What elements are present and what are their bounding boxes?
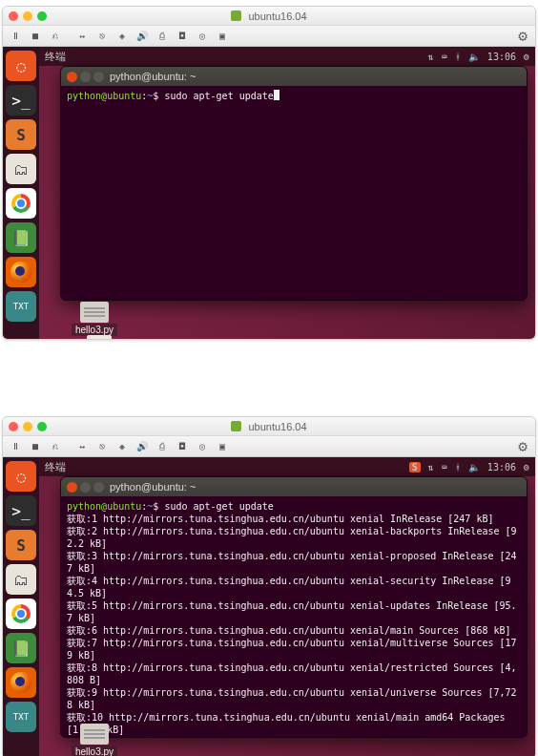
chrome-app[interactable] — [6, 188, 36, 219]
terminal-window[interactable]: python@ubuntu: ~ python@ubuntu:~$ sudo a… — [60, 66, 528, 301]
net-icon[interactable]: ◈ — [114, 29, 131, 44]
minimize-icon[interactable] — [80, 482, 91, 493]
ime-indicator-icon[interactable]: S — [409, 462, 421, 472]
vmware-cube-icon — [231, 421, 241, 431]
printer-icon[interactable]: ⎙ — [154, 439, 171, 454]
cd-icon[interactable]: ◎ — [194, 29, 211, 44]
texteditor-app[interactable]: TXT — [6, 291, 36, 322]
maximize-icon[interactable] — [93, 482, 104, 493]
desktop-file[interactable]: hello3.py — [72, 724, 117, 756]
network-indicator-icon[interactable]: ⇅ — [428, 52, 434, 62]
terminal-output-line: 获取:8 http://mirrors.tuna.tsinghua.edu.cn… — [67, 662, 521, 686]
terminal-output-line: 获取:9 http://mirrors.tuna.tsinghua.edu.cn… — [67, 686, 521, 711]
texteditor-app[interactable]: TXT — [6, 702, 36, 732]
terminal-body[interactable]: python@ubuntu:~$ sudo apt-get update — [61, 86, 527, 300]
disk-icon[interactable]: ◘ — [174, 29, 191, 44]
firefox-app[interactable] — [6, 667, 36, 698]
ubuntu-menubar: 终端 S ⇅ ⌨ ᚼ 🔈 13:06 ⚙ — [39, 457, 535, 476]
minimize-icon[interactable] — [80, 72, 91, 82]
app-menu-label[interactable]: 终端 — [45, 50, 66, 64]
gear-icon[interactable]: ⚙ — [514, 29, 531, 44]
pause-button[interactable]: Ⅱ — [7, 29, 24, 44]
sound-indicator-icon[interactable]: 🔈 — [468, 462, 480, 472]
files-app[interactable]: 🗂 — [6, 154, 36, 184]
office-app[interactable]: 📗 — [6, 222, 36, 253]
close-icon[interactable] — [67, 72, 77, 82]
window-controls — [67, 72, 104, 82]
snapshot-button[interactable]: ⎌ — [47, 29, 64, 44]
maximize-icon[interactable] — [93, 72, 104, 82]
gear-icon[interactable]: ⚙ — [514, 439, 531, 454]
status-area: S ⇅ ⌨ ᚼ 🔈 13:06 ⚙ — [409, 462, 529, 472]
close-icon[interactable] — [67, 482, 77, 493]
vm-titlebar[interactable]: ubuntu16.04 — [3, 417, 535, 436]
hd-icon[interactable]: ▣ — [214, 29, 231, 44]
terminal-title: python@ubuntu: ~ — [110, 71, 196, 82]
sound-icon[interactable]: 🔊 — [134, 439, 151, 454]
prompt-user: python@ubuntu — [67, 501, 141, 512]
terminal-app[interactable]: >_ — [6, 495, 36, 526]
vm-window-top: ubuntu16.04 Ⅱ ■ ⎌ ↔ ⎋ ◈ 🔊 ⎙ ◘ ◎ ▣ ⚙ ◌>_S… — [2, 6, 536, 340]
sublime-app[interactable]: S — [6, 530, 36, 560]
keyboard-indicator-icon[interactable]: ⌨ — [442, 52, 447, 62]
sound-indicator-icon[interactable]: 🔈 — [468, 52, 480, 62]
system-gear-icon[interactable]: ⚙ — [524, 52, 529, 62]
terminal-titlebar[interactable]: python@ubuntu: ~ — [61, 67, 527, 86]
sublime-app[interactable]: S — [6, 119, 36, 150]
vm-title: ubuntu16.04 — [3, 421, 535, 432]
terminal-output-line: 获取:11 http://mirrors.tuna.tsinghua.edu.c… — [67, 736, 521, 737]
firefox-icon — [10, 672, 31, 693]
file-icon — [80, 302, 109, 323]
terminal-app[interactable]: >_ — [6, 85, 36, 116]
terminal-body[interactable]: python@ubuntu:~$ sudo apt-get update获取:1… — [61, 496, 527, 737]
bluetooth-icon[interactable]: ᚼ — [455, 52, 461, 62]
terminal-output-line: 获取:3 http://mirrors.tuna.tsinghua.edu.cn… — [67, 550, 521, 575]
terminal-output-line: 获取:6 http://mirrors.tuna.tsinghua.edu.cn… — [67, 624, 521, 637]
terminal-command: sudo apt-get update — [164, 91, 273, 101]
stop-button[interactable]: ■ — [27, 29, 44, 44]
sound-icon[interactable]: 🔊 — [134, 29, 151, 44]
vm-title: ubuntu16.04 — [3, 10, 535, 22]
vm-window-bottom: ubuntu16.04 Ⅱ ■ ⎌ ↔ ⎋ ◈ 🔊 ⎙ ◘ ◎ ▣ ⚙ ◌>_S… — [2, 416, 536, 756]
cursor-icon — [274, 90, 279, 100]
vm-titlebar[interactable]: ubuntu16.04 — [3, 7, 535, 26]
chrome-app[interactable] — [6, 598, 36, 629]
stop-button[interactable]: ■ — [27, 439, 44, 454]
hd-icon[interactable]: ▣ — [214, 439, 231, 454]
firefox-app[interactable] — [6, 257, 36, 287]
app-menu-label[interactable]: 终端 — [45, 460, 66, 474]
desktop-file[interactable]: hello3.py — [72, 302, 117, 335]
disk-icon[interactable]: ◘ — [174, 439, 191, 454]
workspace: 终端 S ⇅ ⌨ ᚼ 🔈 13:06 ⚙ — [39, 457, 535, 756]
resize-icon[interactable]: ↔ — [73, 439, 91, 454]
office-app[interactable]: 📗 — [6, 633, 36, 663]
resize-icon[interactable]: ↔ — [73, 29, 91, 44]
workspace: 终端 ⇅ ⌨ ᚼ 🔈 13:06 ⚙ python@u — [39, 47, 535, 339]
terminal-window[interactable]: python@ubuntu: ~ python@ubuntu:~$ sudo a… — [60, 476, 528, 738]
clock[interactable]: 13:06 — [487, 462, 516, 472]
usb-icon[interactable]: ⎋ — [93, 439, 111, 454]
cd-icon[interactable]: ◎ — [194, 439, 211, 454]
ubuntu-menubar: 终端 ⇅ ⌨ ᚼ 🔈 13:06 ⚙ — [39, 47, 535, 66]
printer-icon[interactable]: ⎙ — [154, 29, 171, 44]
snapshot-button[interactable]: ⎌ — [47, 439, 64, 454]
vmware-cube-icon — [231, 10, 241, 21]
bluetooth-icon[interactable]: ᚼ — [455, 462, 461, 472]
system-gear-icon[interactable]: ⚙ — [524, 462, 529, 472]
ubuntu-dash[interactable]: ◌ — [6, 51, 36, 81]
clock[interactable]: 13:06 — [487, 52, 516, 62]
terminal-output-line: 获取:1 http://mirrors.tuna.tsinghua.edu.cn… — [67, 513, 521, 525]
terminal-output-line: 获取:10 http://mirrors.tuna.tsinghua.edu.c… — [67, 711, 521, 736]
net-icon[interactable]: ◈ — [114, 439, 131, 454]
terminal-titlebar[interactable]: python@ubuntu: ~ — [61, 477, 527, 496]
ubuntu-dash[interactable]: ◌ — [6, 461, 36, 492]
network-indicator-icon[interactable]: ⇅ — [428, 462, 434, 472]
chrome-icon — [11, 194, 31, 213]
files-app[interactable]: 🗂 — [6, 564, 36, 595]
usb-icon[interactable]: ⎋ — [93, 29, 111, 44]
terminal-output-line: 获取:2 http://mirrors.tuna.tsinghua.edu.cn… — [67, 525, 521, 550]
pause-button[interactable]: Ⅱ — [7, 439, 24, 454]
chrome-icon — [11, 604, 31, 623]
keyboard-indicator-icon[interactable]: ⌨ — [442, 462, 447, 472]
desktop-file-partial[interactable] — [87, 335, 112, 340]
